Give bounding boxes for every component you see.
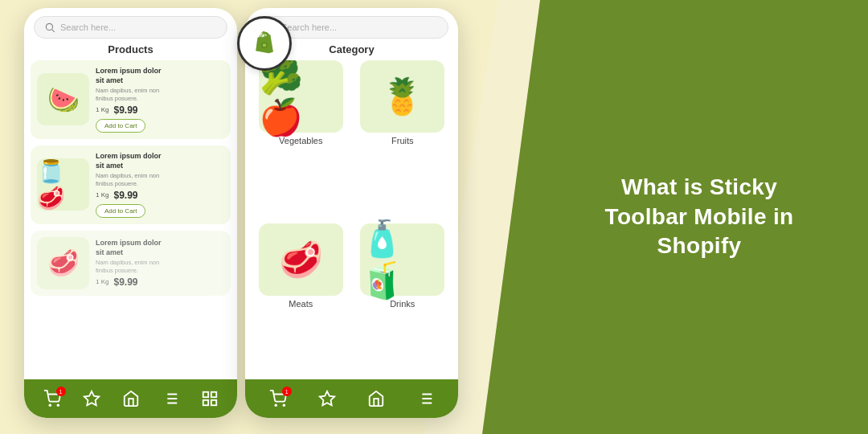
grid-icon-left[interactable] [201, 390, 219, 407]
cart-icon-left[interactable]: 1 [43, 390, 61, 407]
product-item-3: 🥩 Lorem ipsum dolorsit amet Nam dapibus,… [31, 231, 231, 296]
product-name-3: Lorem ipsum dolorsit amet [96, 239, 224, 257]
product-weight-3: 1 Kg [96, 278, 108, 285]
phones-container: Search here... Products 🍉 Lorem ipsum do… [24, 8, 458, 418]
product-desc-3: Nam dapibus, enim nonfinibus posuere. [96, 259, 224, 275]
product-item-1: 🍉 Lorem ipsum dolorsit amet Nam dapibus,… [31, 60, 231, 139]
product-image-3: 🥩 [37, 237, 89, 289]
category-vegetables[interactable]: 🥦🍎 Vegetables [253, 60, 349, 217]
phone-products: Search here... Products 🍉 Lorem ipsum do… [24, 8, 237, 418]
cart-icon-right[interactable]: 1 [269, 390, 287, 407]
svg-point-1 [263, 43, 267, 47]
product-price-2: $9.99 [113, 190, 137, 201]
products-screen: Search here... Products 🍉 Lorem ipsum do… [24, 8, 237, 418]
product-price-row-3: 1 Kg $9.99 [96, 276, 224, 288]
svg-marker-6 [84, 391, 98, 405]
add-to-cart-btn-2[interactable]: Add to Cart [96, 204, 145, 218]
svg-point-2 [46, 23, 52, 30]
cart-badge-left: 1 [56, 387, 66, 396]
product-price-1: $9.99 [113, 104, 137, 116]
category-label-vegetables: Vegetables [279, 136, 322, 145]
svg-point-5 [57, 404, 59, 406]
star-icon-right[interactable] [318, 390, 336, 407]
product-name-1: Lorem ipsum dolorsit amet [96, 67, 224, 85]
product-item-2: 🫙🥩 Lorem ipsum dolorsit amet Nam dapibus… [31, 145, 231, 224]
svg-point-19 [275, 404, 276, 406]
search-icon-left [44, 22, 55, 33]
product-desc-1: Nam dapibus, enim nonfinibus posuere. [96, 87, 224, 103]
category-screen: Search here... Category 🥦🍎 Vegetables 🍍 … [245, 8, 458, 418]
products-search-bar[interactable]: Search here... [34, 16, 227, 39]
right-text-block: What is Sticky Toolbar Mobile in Shopify [571, 157, 828, 276]
product-info-1: Lorem ipsum dolorsit amet Nam dapibus, e… [96, 67, 224, 133]
svg-rect-14 [211, 392, 215, 397]
svg-rect-13 [203, 392, 207, 397]
product-price-3: $9.99 [113, 276, 137, 288]
star-icon-left[interactable] [83, 390, 100, 407]
product-image-1: 🍉 [37, 73, 89, 125]
product-info-3: Lorem ipsum dolorsit amet Nam dapibus, e… [96, 239, 224, 288]
list-icon-right[interactable] [416, 390, 434, 407]
category-fruits[interactable]: 🍍 Fruits [355, 60, 451, 217]
category-image-drinks: 🧴🧃 [360, 223, 444, 296]
store-icon-right[interactable] [367, 390, 385, 407]
store-icon-left[interactable] [122, 390, 140, 407]
category-label-meats: Meats [289, 299, 313, 309]
svg-point-20 [283, 404, 285, 406]
product-price-row-2: 1 Kg $9.99 [96, 190, 224, 201]
category-search-placeholder: Search here... [281, 23, 337, 32]
add-to-cart-btn-1[interactable]: Add to Cart [96, 119, 145, 133]
category-image-vegetables: 🥦🍎 [259, 60, 343, 133]
category-label-drinks: Drinks [390, 299, 415, 309]
category-grid: 🥦🍎 Vegetables 🍍 Fruits 🥩 Meats 🧴🧃 Drinks [245, 60, 458, 379]
category-drinks[interactable]: 🧴🧃 Drinks [355, 223, 451, 380]
svg-rect-16 [211, 400, 215, 405]
svg-line-3 [52, 30, 55, 32]
products-title: Products [24, 43, 237, 55]
category-label-fruits: Fruits [391, 136, 414, 145]
product-weight-2: 1 Kg [96, 191, 108, 199]
product-desc-2: Nam dapibus, enim nonfinibus posuere. [96, 172, 224, 188]
svg-point-4 [49, 404, 51, 406]
products-list: 🍉 Lorem ipsum dolorsit amet Nam dapibus,… [24, 60, 237, 379]
product-price-row-1: 1 Kg $9.99 [96, 104, 224, 116]
product-image-2: 🫙🥩 [37, 158, 89, 211]
right-title: What is Sticky Toolbar Mobile in Shopify [587, 173, 812, 260]
shopify-icon [249, 28, 280, 59]
shopify-logo-circle [237, 16, 292, 71]
products-search-placeholder: Search here... [60, 23, 116, 32]
category-meats[interactable]: 🥩 Meats [253, 223, 349, 380]
category-sticky-bar: 1 [245, 379, 458, 418]
product-name-2: Lorem ipsum dolorsit amet [96, 152, 224, 170]
product-info-2: Lorem ipsum dolorsit amet Nam dapibus, e… [96, 152, 224, 218]
svg-marker-21 [320, 391, 334, 405]
list-icon-left[interactable] [162, 390, 179, 407]
cart-badge-right: 1 [282, 387, 292, 396]
svg-rect-15 [203, 400, 207, 405]
category-image-meats: 🥩 [259, 223, 343, 296]
product-weight-1: 1 Kg [96, 106, 108, 113]
category-image-fruits: 🍍 [360, 60, 444, 133]
phone-category: Search here... Category 🥦🍎 Vegetables 🍍 … [245, 8, 458, 418]
products-sticky-bar: 1 [24, 379, 237, 418]
right-panel: What is Sticky Toolbar Mobile in Shopify [530, 0, 868, 434]
